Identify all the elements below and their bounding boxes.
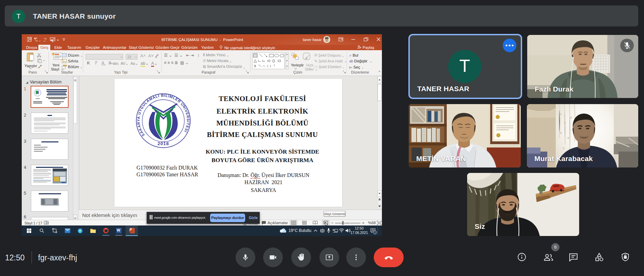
svg-text:2018: 2018 [158,141,169,146]
